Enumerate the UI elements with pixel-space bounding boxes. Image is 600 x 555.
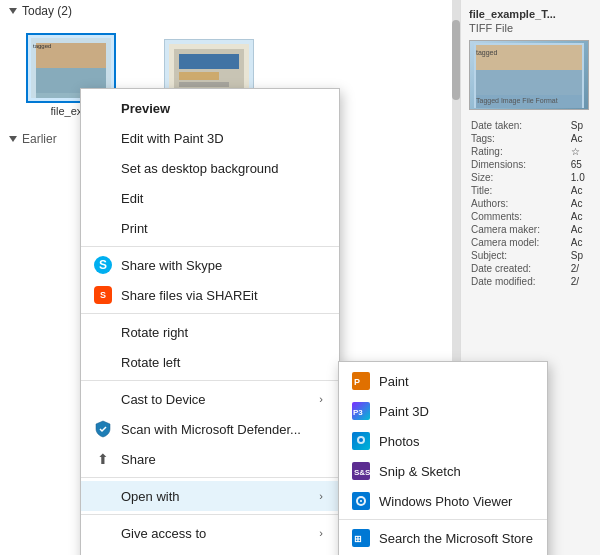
- meta-label: Camera model:: [471, 237, 569, 248]
- skype-icon: S: [94, 256, 112, 274]
- submenu-item-snip[interactable]: S&SSnip & Sketch: [339, 456, 547, 486]
- meta-value: Ac: [571, 198, 590, 209]
- menu-item-set-desktop[interactable]: Set as desktop background: [81, 153, 339, 183]
- meta-value: Sp: [571, 250, 590, 261]
- svg-rect-9: [179, 72, 219, 80]
- meta-value: Ac: [571, 211, 590, 222]
- meta-row: Size:1.0: [471, 172, 590, 183]
- meta-value: Sp: [571, 120, 590, 131]
- menu-item-print[interactable]: Print: [81, 213, 339, 243]
- submenu-item-label: Photos: [379, 434, 419, 449]
- share-icon: ⬆: [93, 449, 113, 469]
- submenu-separator: [339, 519, 547, 520]
- submenu-item-label: Search the Microsoft Store: [379, 531, 533, 546]
- menu-item-give-access[interactable]: Give access to›: [81, 518, 339, 548]
- svg-point-30: [360, 500, 362, 502]
- menu-item-rotate-left[interactable]: Rotate left: [81, 347, 339, 377]
- earlier-label: Earlier: [22, 132, 57, 146]
- panel-preview: tagged Tagged Image File Format: [469, 40, 589, 110]
- photos-app-icon: [351, 431, 371, 451]
- meta-row: Date modified:2/: [471, 276, 590, 287]
- meta-row: Dimensions:65: [471, 159, 590, 170]
- menu-item-icon-placeholder: [93, 98, 113, 118]
- meta-row: Camera maker:Ac: [471, 224, 590, 235]
- menu-separator: [81, 380, 339, 381]
- meta-label: Comments:: [471, 211, 569, 222]
- menu-item-icon-placeholder: [93, 352, 113, 372]
- menu-item-icon-placeholder: [93, 158, 113, 178]
- meta-label: Dimensions:: [471, 159, 569, 170]
- svg-rect-8: [179, 54, 239, 69]
- submenu-item-label: Paint: [379, 374, 409, 389]
- meta-label: Rating:: [471, 146, 569, 157]
- submenu-item-paint[interactable]: PPaint: [339, 366, 547, 396]
- svg-text:Tagged Image File Format: Tagged Image File Format: [476, 97, 558, 105]
- submenu-item-photoviewer[interactable]: Windows Photo Viewer: [339, 486, 547, 516]
- submenu-arrow-icon: ›: [319, 490, 323, 502]
- skype-icon: S: [93, 255, 113, 275]
- meta-row: Subject:Sp: [471, 250, 590, 261]
- defender-icon: [93, 419, 113, 439]
- menu-separator: [81, 514, 339, 515]
- paint-app-icon: P: [351, 371, 371, 391]
- menu-item-restore[interactable]: Restore previous versions: [81, 548, 339, 555]
- meta-value: Ac: [571, 133, 590, 144]
- meta-label: Authors:: [471, 198, 569, 209]
- menu-item-label: Give access to: [121, 526, 206, 541]
- menu-item-share[interactable]: ⬆Share: [81, 444, 339, 474]
- svg-text:P: P: [354, 377, 360, 387]
- submenu-arrow-icon: ›: [319, 527, 323, 539]
- menu-item-label: Cast to Device: [121, 392, 206, 407]
- menu-item-icon-placeholder: [93, 128, 113, 148]
- meta-label: Date modified:: [471, 276, 569, 287]
- menu-item-icon-placeholder: [93, 523, 113, 543]
- submenu-item-photos[interactable]: Photos: [339, 426, 547, 456]
- submenu-item-label: Paint 3D: [379, 404, 429, 419]
- menu-separator: [81, 246, 339, 247]
- meta-value: Ac: [571, 224, 590, 235]
- menu-item-open-with[interactable]: Open with›: [81, 481, 339, 511]
- meta-label: Size:: [471, 172, 569, 183]
- menu-item-preview[interactable]: Preview: [81, 93, 339, 123]
- menu-item-icon-placeholder: [93, 322, 113, 342]
- menu-item-label: Rotate left: [121, 355, 180, 370]
- menu-item-edit[interactable]: Edit: [81, 183, 339, 213]
- meta-row: Title:Ac: [471, 185, 590, 196]
- svg-text:S&S: S&S: [354, 468, 370, 477]
- menu-item-defender[interactable]: Scan with Microsoft Defender...: [81, 414, 339, 444]
- meta-row: Date taken:Sp: [471, 120, 590, 131]
- meta-value: 2/: [571, 263, 590, 274]
- meta-label: Date taken:: [471, 120, 569, 131]
- svg-text:P3: P3: [353, 408, 363, 417]
- scrollbar-thumb[interactable]: [452, 20, 460, 100]
- menu-separator: [81, 477, 339, 478]
- submenu-item-label: Snip & Sketch: [379, 464, 461, 479]
- menu-item-share-skype[interactable]: SShare with Skype: [81, 250, 339, 280]
- menu-item-label: Edit with Paint 3D: [121, 131, 224, 146]
- menu-item-label: Preview: [121, 101, 170, 116]
- submenu-item-paint3d[interactable]: P3Paint 3D: [339, 396, 547, 426]
- svg-marker-11: [9, 136, 17, 142]
- menu-item-label: Open with: [121, 489, 180, 504]
- menu-item-rotate-right[interactable]: Rotate right: [81, 317, 339, 347]
- meta-label: Subject:: [471, 250, 569, 261]
- meta-row: Rating:☆: [471, 146, 590, 157]
- snip-app-icon: S&S: [351, 461, 371, 481]
- menu-item-share-shareit[interactable]: SShare files via SHAREit: [81, 280, 339, 310]
- menu-item-cast[interactable]: Cast to Device›: [81, 384, 339, 414]
- meta-label: Date created:: [471, 263, 569, 274]
- menu-item-label: Edit: [121, 191, 143, 206]
- svg-point-24: [359, 438, 363, 442]
- menu-item-label: Share: [121, 452, 156, 467]
- menu-item-icon-placeholder: [93, 188, 113, 208]
- meta-value: Ac: [571, 185, 590, 196]
- submenu-item-store[interactable]: ⊞Search the Microsoft Store: [339, 523, 547, 553]
- store-app-icon: ⊞: [351, 528, 371, 548]
- menu-item-edit-paint3d[interactable]: Edit with Paint 3D: [81, 123, 339, 153]
- menu-item-label: Rotate right: [121, 325, 188, 340]
- menu-item-label: Share files via SHAREit: [121, 288, 258, 303]
- svg-text:tagged: tagged: [476, 49, 498, 57]
- meta-label: Title:: [471, 185, 569, 196]
- panel-file-type: TIFF File: [469, 22, 592, 34]
- menu-item-label: Scan with Microsoft Defender...: [121, 422, 301, 437]
